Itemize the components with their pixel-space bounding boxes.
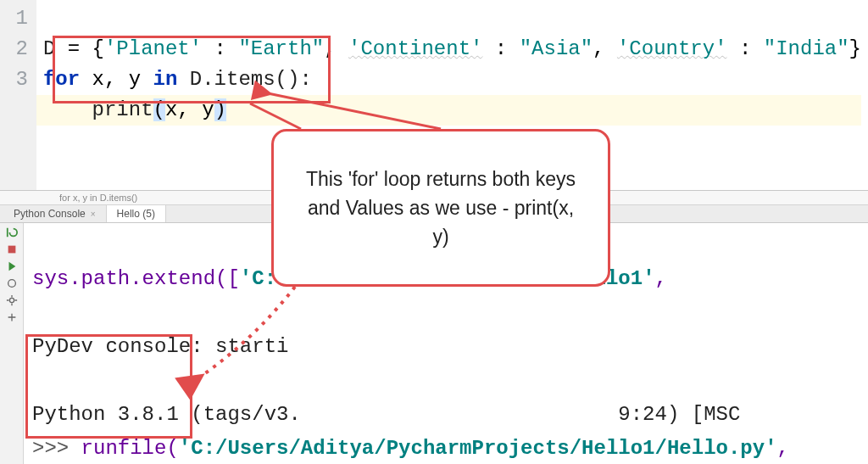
console-toolbar: [0, 223, 24, 464]
play-icon[interactable]: [6, 260, 18, 272]
code-token: x, y: [92, 68, 153, 91]
close-icon[interactable]: ×: [91, 210, 96, 219]
svg-point-1: [8, 280, 15, 288]
tab-label: Python Console: [14, 208, 86, 220]
code-token: ): [214, 98, 226, 121]
tab-label: Hello (5): [117, 208, 155, 220]
code-token: print: [92, 98, 153, 121]
line-number: 1: [0, 3, 28, 34]
code-token: 'Planet': [104, 37, 202, 60]
console-prompt: >>>: [32, 437, 81, 460]
console-line: ,: [655, 267, 667, 290]
code-token: D.items():: [190, 68, 312, 91]
debug-icon[interactable]: [6, 277, 18, 289]
line-number-gutter: 1 2 3: [0, 0, 36, 190]
code-token: 'Continent': [348, 37, 482, 60]
code-token: = {: [55, 37, 104, 60]
console-line: ,: [777, 437, 789, 460]
line-number: 2: [0, 34, 28, 64]
code-token: "Earth": [238, 37, 324, 60]
code-token: ,: [324, 37, 348, 60]
settings-icon[interactable]: [6, 294, 18, 306]
code-token: x, y: [165, 98, 214, 121]
code-token: ,: [593, 37, 617, 60]
code-token: "India": [764, 37, 849, 60]
tab-hello[interactable]: Hello (5): [107, 205, 166, 222]
code-token: :: [202, 37, 238, 60]
code-token: for: [43, 68, 92, 91]
code-token: :: [482, 37, 519, 60]
console-line: Python 3.8.1 (tags/v3. 9:24) [MSC: [32, 403, 740, 426]
tab-python-console[interactable]: Python Console ×: [3, 205, 107, 222]
code-token: "Asia": [520, 37, 593, 60]
code-token: }: [849, 37, 861, 60]
callout-text: This 'for' loop returns both keys and Va…: [298, 165, 584, 251]
add-icon[interactable]: [6, 311, 18, 323]
code-token: [43, 98, 92, 121]
code-token: in: [153, 68, 190, 91]
console-line: runfile(: [81, 437, 179, 460]
console-line: PyDev console: starti: [32, 335, 288, 358]
svg-rect-0: [8, 246, 15, 254]
rerun-icon[interactable]: [6, 226, 18, 238]
code-token: :: [727, 37, 764, 60]
code-token: 'Country': [617, 37, 727, 60]
annotation-callout: This 'for' loop returns both keys and Va…: [271, 129, 610, 287]
line-number: 3: [0, 64, 28, 95]
code-token: D: [43, 37, 55, 60]
svg-point-2: [9, 298, 14, 302]
stop-icon[interactable]: [6, 243, 18, 255]
console-line: 'C:/Users/Aditya/PycharmProjects/Hello1/…: [179, 437, 777, 460]
console-line: sys.path.extend([: [32, 267, 240, 290]
code-token: (: [153, 98, 165, 121]
